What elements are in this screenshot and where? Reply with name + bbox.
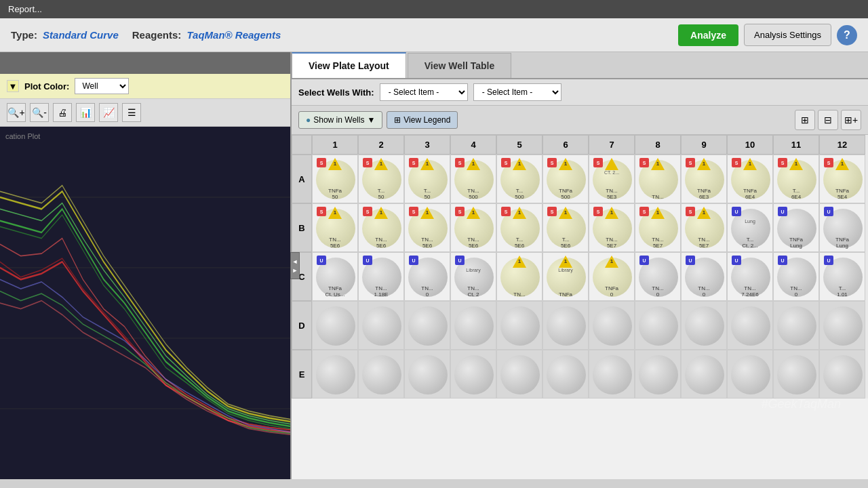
well-cell-B3[interactable]: 1STN... 5E6 (404, 203, 450, 252)
well-cell-E4[interactable] (450, 350, 496, 399)
well-cell-E7[interactable] (589, 350, 635, 399)
well-cell-A5[interactable]: 1ST... 500 (496, 155, 542, 203)
well-cell-E1[interactable] (312, 350, 358, 399)
well-cell-D8[interactable] (635, 301, 681, 350)
well-text: TNFa 5E4 (821, 188, 863, 201)
well-number: 1 (380, 161, 382, 167)
well-cell-D4[interactable] (450, 301, 496, 350)
well-cell-E3[interactable] (404, 350, 450, 399)
well-cell-D1[interactable] (312, 301, 358, 350)
well-cell-E8[interactable] (635, 350, 681, 399)
well-cell-A10[interactable]: 1STNFa 6E4 (727, 155, 773, 203)
well-circle-empty (823, 306, 863, 346)
well-cell-B8[interactable]: 1STN... 5E7 (635, 203, 681, 252)
well-text: TN... 0 (775, 285, 817, 298)
well-cell-E2[interactable] (358, 350, 404, 399)
select-all-button[interactable]: ⊞ (795, 110, 815, 130)
plate-grid-container[interactable]: 1 2 3 4 5 6 7 8 9 10 11 12 A1STNFa 501ST… (292, 135, 868, 479)
well-cell-E11[interactable] (773, 350, 819, 399)
well-cell-E9[interactable] (681, 350, 727, 399)
well-cell-E12[interactable] (819, 350, 865, 399)
well-cell-A6[interactable]: 1STNFa 500 (542, 155, 589, 203)
well-cell-B12[interactable]: UTNFa Lung (819, 203, 865, 252)
well-cell-D9[interactable] (681, 301, 727, 350)
well-cell-A1[interactable]: 1STNFa 50 (312, 155, 358, 203)
well-cell-D11[interactable] (773, 301, 819, 350)
zoom-in-button[interactable]: 🔍+ (7, 103, 26, 122)
plot-color-dropdown[interactable]: Well (75, 78, 129, 94)
well-badge: U (824, 256, 833, 265)
well-cell-B7[interactable]: 1STN... 5E7 (589, 203, 635, 252)
help-button[interactable]: ? (837, 25, 857, 45)
analysis-settings-button[interactable]: Analysis Settings (744, 24, 831, 46)
col-header-6: 6 (542, 135, 589, 155)
well-cell-C4[interactable]: UTN... Ct. 2Library (450, 252, 496, 301)
well-cell-D12[interactable] (819, 301, 865, 350)
tab-well-table[interactable]: View Well Table (408, 53, 511, 78)
well-cell-E5[interactable] (496, 350, 542, 399)
well-badge: S (686, 207, 695, 216)
well-cell-B9[interactable]: 1STN... 5E7 (681, 203, 727, 252)
grid-view-button[interactable]: ⊞+ (841, 110, 861, 130)
well-cell-C10[interactable]: UTN... 7.24E6 (727, 252, 773, 301)
well-cell-B4[interactable]: 1STN... 5E6 (450, 203, 496, 252)
well-cell-D7[interactable] (589, 301, 635, 350)
show-in-wells-button[interactable]: ● Show in Wells ▼ (298, 111, 382, 129)
analyze-button[interactable]: Analyze (678, 24, 738, 46)
well-cell-E10[interactable] (727, 350, 773, 399)
zoom-out-button[interactable]: 🔍- (30, 103, 49, 122)
well-cell-C2[interactable]: UTN... 1.18E (358, 252, 404, 301)
tab-plate-layout[interactable]: View Plate Layout (292, 52, 406, 78)
well-cell-B2[interactable]: 1STN... 5E6 (358, 203, 404, 252)
well-cell-A4[interactable]: 1STN... 500 (450, 155, 496, 203)
well-cell-B11[interactable]: UTNFa Lung (773, 203, 819, 252)
well-cell-B5[interactable]: 1ST... 5E6 (496, 203, 542, 252)
well-text: TN... 5E7 (637, 237, 679, 249)
well-cell-D5[interactable] (496, 301, 542, 350)
well-cell-E6[interactable] (542, 350, 589, 399)
well-cell-D2[interactable] (358, 301, 404, 350)
well-cell-C6[interactable]: 1TNFa Library (542, 252, 589, 301)
row-header-E: E (292, 350, 312, 399)
print-button[interactable]: 🖨 (53, 103, 72, 122)
well-cell-A11[interactable]: 1ST... 6E4 (773, 155, 819, 203)
well-circle-empty (777, 306, 816, 346)
well-triangle-icon: 1 (651, 207, 665, 219)
well-cell-C11[interactable]: UTN... 0 (773, 252, 819, 301)
well-cell-A8[interactable]: 1STN... (635, 155, 681, 203)
well-cell-C1[interactable]: UTNFa Ct. Us... (312, 252, 358, 301)
well-cell-A3[interactable]: 1ST... 50 (404, 155, 450, 203)
well-circle-empty (593, 355, 632, 394)
well-cell-C7[interactable]: 1TNFa 0 (589, 252, 635, 301)
deselect-button[interactable]: ⊟ (818, 110, 838, 130)
well-cell-D3[interactable] (404, 301, 450, 350)
well-badge: S (593, 207, 603, 216)
plot-color-toggle[interactable]: ▼ (7, 80, 19, 92)
well-cell-B10[interactable]: UT... Ct. 2...Lung (727, 203, 773, 252)
col-header-1: 1 (312, 135, 358, 155)
title-bar: Report... (0, 0, 868, 18)
well-circle-empty (685, 355, 724, 394)
well-cell-B6[interactable]: 1ST... 5E6 (542, 203, 589, 252)
well-cell-A7[interactable]: STN... 5E3CT. 2... (589, 155, 635, 203)
chart-type-button[interactable]: 📈 (99, 103, 118, 122)
well-cell-A9[interactable]: 1STNFa 6E3 (681, 155, 727, 203)
well-cell-B1[interactable]: 1STN... 5E6 (312, 203, 358, 252)
well-cell-D6[interactable] (542, 301, 589, 350)
well-cell-C9[interactable]: UTN... 0 (681, 252, 727, 301)
well-cell-C8[interactable]: UTN... 0 (635, 252, 681, 301)
collapse-arrow-up: ◄ (292, 258, 298, 265)
export-button[interactable]: 📊 (76, 103, 95, 122)
well-cell-A2[interactable]: 1ST... 50 (358, 155, 404, 203)
well-cell-A12[interactable]: 1STNFa 5E4 (819, 155, 865, 203)
well-cell-C5[interactable]: 1TN... (496, 252, 542, 301)
well-cell-C12[interactable]: UT... 1.01 (819, 252, 865, 301)
well-number: 1 (564, 161, 567, 167)
select-item-dropdown-1[interactable]: - Select Item - (380, 83, 468, 101)
view-legend-button[interactable]: ⊞ View Legend (387, 111, 458, 129)
well-cell-C3[interactable]: UTN... 0 (404, 252, 450, 301)
collapse-button[interactable]: ◄ ► (290, 252, 300, 279)
select-item-dropdown-2[interactable]: - Select Item - (473, 83, 561, 101)
list-button[interactable]: ☰ (122, 103, 141, 122)
well-cell-D10[interactable] (727, 301, 773, 350)
